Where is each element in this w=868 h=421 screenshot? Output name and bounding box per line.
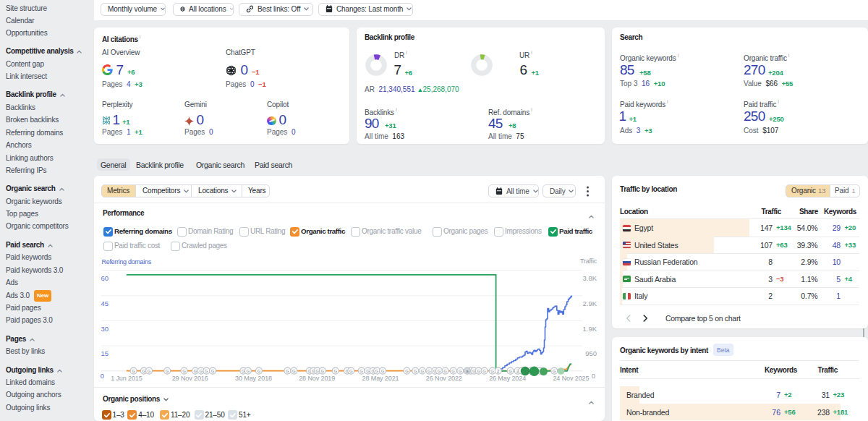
- svg-text:G: G: [477, 369, 480, 373]
- svg-text:1 Jun 2015: 1 Jun 2015: [111, 375, 142, 382]
- svg-text:G: G: [246, 369, 250, 373]
- svg-text:G: G: [414, 369, 417, 373]
- svg-text:G: G: [211, 369, 215, 373]
- svg-text:G: G: [148, 369, 151, 373]
- svg-text:G: G: [482, 369, 486, 373]
- svg-text:60: 60: [101, 274, 109, 282]
- svg-text:3.8K: 3.8K: [582, 274, 597, 282]
- svg-text:28 Nov 2019: 28 Nov 2019: [299, 375, 335, 382]
- svg-text:G: G: [366, 369, 370, 373]
- svg-text:G: G: [375, 369, 379, 373]
- svg-text:G: G: [321, 369, 325, 373]
- svg-text:30: 30: [101, 325, 109, 333]
- svg-text:G: G: [315, 369, 319, 373]
- svg-text:15: 15: [101, 349, 109, 357]
- svg-text:950: 950: [585, 349, 597, 357]
- svg-text:30 May 2018: 30 May 2018: [235, 375, 272, 382]
- svg-text:G: G: [292, 369, 296, 373]
- svg-text:G: G: [286, 369, 289, 373]
- svg-text:G: G: [333, 369, 337, 373]
- svg-text:1.9K: 1.9K: [582, 325, 597, 333]
- svg-text:G: G: [451, 369, 455, 373]
- svg-text:G: G: [553, 369, 556, 373]
- svg-text:G: G: [205, 369, 208, 373]
- svg-text:G: G: [182, 369, 186, 373]
- svg-text:G: G: [381, 369, 385, 373]
- svg-text:G: G: [438, 369, 441, 373]
- svg-text:0: 0: [592, 372, 595, 380]
- svg-text:G: G: [359, 369, 363, 373]
- svg-text:G: G: [459, 369, 462, 373]
- svg-text:45: 45: [101, 299, 109, 307]
- svg-text:G: G: [349, 369, 353, 373]
- svg-text:G: G: [194, 369, 197, 373]
- svg-text:G: G: [166, 369, 169, 373]
- svg-text:G: G: [200, 369, 203, 373]
- svg-text:G: G: [509, 369, 512, 373]
- svg-text:0: 0: [101, 372, 104, 380]
- svg-text:26 Nov 2022: 26 Nov 2022: [426, 375, 462, 382]
- svg-text:G: G: [142, 369, 146, 373]
- svg-text:26 May 2024: 26 May 2024: [489, 375, 526, 382]
- svg-text:G: G: [443, 369, 447, 373]
- svg-text:G: G: [427, 369, 431, 373]
- svg-text:2.9K: 2.9K: [582, 299, 597, 307]
- svg-text:G: G: [258, 369, 261, 373]
- svg-text:G: G: [490, 369, 494, 373]
- svg-text:G: G: [405, 369, 409, 373]
- svg-text:G: G: [420, 369, 424, 373]
- svg-text:28 May 2021: 28 May 2021: [362, 375, 399, 382]
- svg-text:G: G: [132, 369, 135, 373]
- svg-text:24 Nov 2025: 24 Nov 2025: [553, 375, 589, 382]
- svg-text:29 Nov 2016: 29 Nov 2016: [172, 375, 208, 382]
